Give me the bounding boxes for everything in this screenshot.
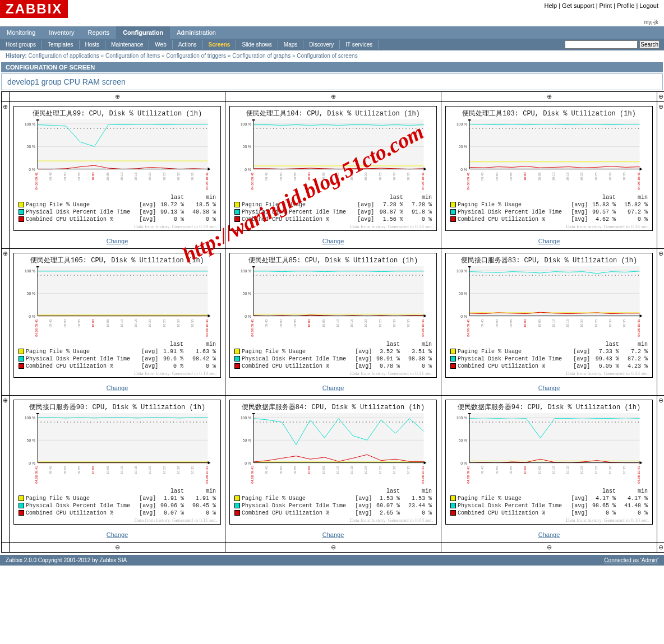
remove-column-button[interactable]: ⊖	[441, 543, 657, 553]
svg-point-633	[569, 421, 570, 423]
svg-point-22	[100, 128, 102, 129]
svg-point-323	[320, 275, 321, 276]
svg-point-255	[127, 275, 128, 276]
svg-point-305	[260, 275, 261, 276]
chart-plot: 0 % 50 % 100 % 04.08 09:4109:4509:5009:5…	[17, 266, 217, 339]
history-link[interactable]: Configuration of items	[105, 53, 160, 59]
add-row-button[interactable]: ⊕	[2, 396, 10, 543]
subnav-templates[interactable]: Templates	[42, 40, 80, 49]
subnav-maintenance[interactable]: Maintenance	[105, 40, 149, 49]
nav-reports[interactable]: Reports	[81, 26, 117, 39]
change-link[interactable]: Change	[226, 528, 440, 541]
history-link[interactable]: Configuration of screens	[297, 53, 357, 59]
subnav-slide-shows[interactable]: Slide shows	[236, 40, 278, 49]
change-link[interactable]: Change	[10, 234, 224, 248]
svg-point-34	[140, 128, 141, 129]
search-button[interactable]	[639, 40, 660, 49]
add-column-button[interactable]: ⊕	[657, 92, 665, 102]
add-column-button[interactable]: ⊕	[10, 92, 225, 102]
change-link[interactable]: Change	[442, 234, 656, 248]
top-link-help[interactable]: Help	[544, 2, 557, 9]
subnav-actions[interactable]: Actions	[173, 40, 203, 49]
svg-text:09:50: 09:50	[495, 319, 499, 327]
svg-text:10:05: 10:05	[538, 319, 541, 327]
add-row-button[interactable]: ⊕	[657, 102, 665, 249]
remove-row-button[interactable]: ⊖	[657, 396, 665, 543]
change-link[interactable]: Change	[442, 528, 656, 541]
nav-configuration[interactable]: Configuration	[116, 26, 170, 39]
top-link-get-support[interactable]: Get support	[562, 2, 594, 9]
chart-title: 便民处理工具105: CPU, Disk % Utilization (1h)	[17, 256, 217, 265]
svg-point-44	[173, 128, 174, 129]
svg-point-546	[313, 421, 314, 423]
svg-point-266	[163, 275, 164, 276]
svg-point-91	[296, 128, 297, 129]
svg-point-405	[559, 275, 560, 276]
svg-point-231	[47, 275, 48, 276]
generation-note: Data from history. Generated in 0.34 sec…	[449, 224, 649, 229]
change-link[interactable]: Change	[10, 381, 224, 395]
remove-row-button[interactable]: ⊖	[657, 543, 665, 553]
add-column-button[interactable]: ⊕	[225, 92, 441, 102]
add-row-button[interactable]: ⊕	[657, 249, 665, 396]
svg-text:10:25: 10:25	[163, 466, 166, 474]
svg-point-45	[177, 128, 178, 129]
svg-point-97	[316, 128, 317, 129]
subnav-maps[interactable]: Maps	[278, 40, 303, 49]
footer-user-link[interactable]: Connected as 'Admin'	[604, 557, 658, 563]
svg-point-635	[575, 421, 576, 423]
svg-point-400	[542, 275, 543, 276]
svg-text:09:50: 09:50	[63, 466, 67, 474]
change-link[interactable]: Change	[442, 381, 656, 395]
svg-text:10:30: 10:30	[177, 172, 180, 180]
svg-text:09:50: 09:50	[63, 319, 67, 327]
legend-color-disk	[450, 503, 456, 508]
svg-point-19	[90, 128, 91, 129]
chart-plot: 0 % 50 % 100 % 04.08 09:4109:4509:5009:5…	[449, 119, 649, 192]
history-link[interactable]: Configuration of graphs	[232, 53, 290, 59]
svg-point-112	[366, 128, 367, 129]
svg-point-270	[177, 275, 178, 276]
main-nav: MonitoringInventoryReportsConfigurationA…	[0, 26, 664, 39]
subnav-hosts[interactable]: Hosts	[80, 40, 106, 49]
nav-administration[interactable]: Administration	[170, 26, 223, 39]
nav-monitoring[interactable]: Monitoring	[0, 26, 42, 39]
change-link[interactable]: Change	[226, 381, 440, 395]
svg-point-412	[582, 275, 583, 276]
history-link[interactable]: Configuration of triggers	[166, 53, 226, 59]
svg-point-480	[127, 421, 128, 423]
svg-point-31	[130, 128, 131, 129]
subnav-it-services[interactable]: IT services	[340, 40, 379, 49]
legend-color-disk	[19, 503, 24, 508]
legend-color-paging	[450, 202, 456, 207]
subnav-web[interactable]: Web	[149, 40, 172, 49]
svg-point-272	[183, 275, 184, 276]
search-input[interactable]	[565, 40, 638, 49]
subnav-discovery[interactable]: Discovery	[303, 40, 340, 49]
add-column-button[interactable]: ⊕	[441, 92, 657, 102]
svg-point-198	[618, 128, 619, 129]
change-link[interactable]: Change	[226, 234, 440, 248]
top-link-print[interactable]: Print	[600, 2, 612, 9]
nav-inventory[interactable]: Inventory	[42, 26, 81, 39]
svg-point-462	[67, 421, 68, 423]
add-row-button[interactable]: ⊕	[2, 102, 10, 249]
generation-note: Data from history. Generated in 0.31 sec…	[233, 370, 433, 376]
svg-point-259	[140, 275, 141, 276]
svg-point-161	[496, 128, 497, 129]
remove-column-button[interactable]: ⊖	[10, 543, 225, 553]
svg-point-634	[572, 421, 573, 423]
top-link-logout[interactable]: Logout	[639, 2, 658, 9]
svg-point-107	[349, 128, 351, 129]
svg-point-417	[598, 275, 600, 276]
top-link-profile[interactable]: Profile	[617, 2, 634, 9]
remove-column-button[interactable]: ⊖	[225, 543, 441, 553]
screen-cell: 便民数据库服务器94: CPU, Disk % Utilization (1h)…	[441, 396, 657, 543]
subnav-screens[interactable]: Screens	[203, 40, 237, 49]
subnav-host-groups[interactable]: Host groups	[0, 40, 42, 49]
chart-plot: 0 % 50 % 100 % 04.08 09:4109:4509:5009:5…	[17, 413, 217, 486]
svg-point-41	[163, 128, 164, 129]
history-link[interactable]: Configuration of applications	[29, 53, 99, 59]
change-link[interactable]: Change	[10, 528, 224, 541]
add-row-button[interactable]: ⊕	[2, 249, 10, 396]
